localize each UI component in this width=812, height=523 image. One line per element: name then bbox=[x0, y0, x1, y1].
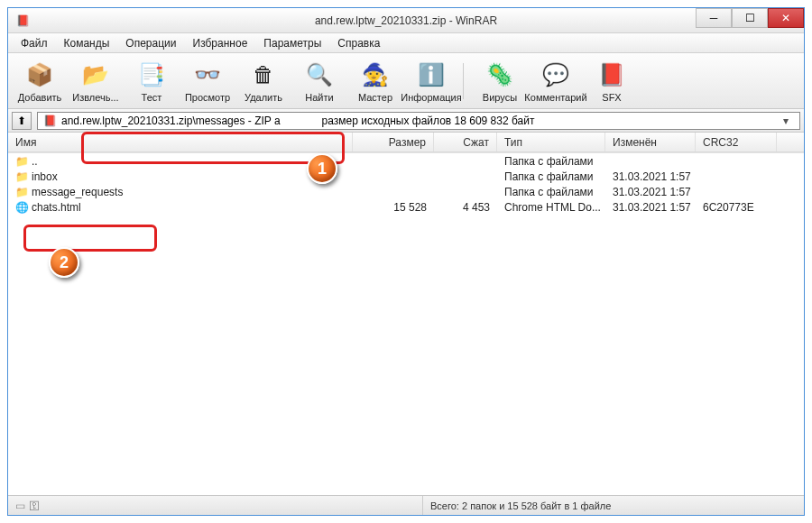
wizard-button[interactable]: 🧙Мастер bbox=[347, 56, 403, 106]
file-name: chats.html bbox=[32, 201, 81, 214]
table-row[interactable]: 🌐chats.html 15 528 4 453 Chrome HTML Do.… bbox=[8, 199, 804, 215]
file-modified: 31.03.2021 1:57 bbox=[605, 200, 696, 215]
tool-label: SFX bbox=[602, 92, 621, 103]
window-controls: ─ ☐ ✕ bbox=[696, 8, 804, 32]
file-name: inbox bbox=[32, 170, 58, 183]
app-icon: 📕 bbox=[15, 14, 30, 28]
col-modified[interactable]: Изменён bbox=[605, 133, 696, 151]
titlebar[interactable]: 📕 and.rew.lptw_20210331.zip - WinRAR ─ ☐… bbox=[8, 8, 804, 33]
statusbar: ▭ ⚿ Всего: 2 папок и 15 528 байт в 1 фай… bbox=[8, 495, 804, 515]
comment-icon: 💬 bbox=[540, 60, 571, 90]
sfx-icon: 📕 bbox=[596, 60, 627, 90]
file-packed bbox=[434, 161, 497, 162]
delete-button[interactable]: 🗑Удалить bbox=[235, 56, 291, 106]
path-tail: размер исходных файлов 18 609 832 байт bbox=[322, 115, 535, 127]
tool-label: Вирусы bbox=[483, 92, 517, 103]
wizard-icon: 🧙 bbox=[360, 60, 391, 90]
status-summary: Всего: 2 папок и 15 528 байт в 1 файле bbox=[423, 500, 804, 511]
winrar-window: 📕 and.rew.lptw_20210331.zip - WinRAR ─ ☐… bbox=[7, 7, 805, 516]
tool-label: Информация bbox=[401, 92, 461, 103]
table-row[interactable]: 📁inbox Папка с файлами 31.03.2021 1:57 bbox=[8, 169, 804, 184]
file-crc: 6C20773E bbox=[696, 200, 777, 215]
col-type[interactable]: Тип bbox=[497, 133, 605, 151]
table-row[interactable]: 📁message_requests Папка с файлами 31.03.… bbox=[8, 184, 804, 199]
table-row[interactable]: 📁.. Папка с файлами bbox=[8, 153, 804, 169]
tool-label: Удалить bbox=[245, 92, 282, 103]
virus-icon: 🦠 bbox=[484, 60, 515, 90]
path-field[interactable]: 📕 and.rew.lptw_20210331.zip\messages - Z… bbox=[37, 112, 800, 130]
tool-label: Найти bbox=[305, 92, 333, 103]
chevron-down-icon[interactable]: ▾ bbox=[778, 115, 794, 127]
view-button[interactable]: 👓Просмотр bbox=[180, 56, 235, 106]
file-size bbox=[353, 176, 434, 178]
delete-icon: 🗑 bbox=[248, 60, 279, 90]
menu-options[interactable]: Параметры bbox=[256, 35, 328, 51]
file-modified bbox=[605, 161, 696, 162]
col-crc[interactable]: CRC32 bbox=[696, 133, 777, 151]
archive-icon: 📕 bbox=[43, 115, 56, 127]
menubar: Файл Команды Операции Избранное Параметр… bbox=[8, 33, 804, 53]
add-icon: 📦 bbox=[24, 60, 55, 90]
find-button[interactable]: 🔍Найти bbox=[291, 56, 347, 106]
menu-commands[interactable]: Команды bbox=[57, 35, 117, 51]
file-size bbox=[353, 191, 434, 193]
up-button[interactable]: ⬆ bbox=[12, 112, 32, 130]
tool-label: Тест bbox=[142, 92, 162, 103]
file-type: Папка с файлами bbox=[497, 185, 605, 199]
file-size: 15 528 bbox=[353, 200, 434, 215]
file-type: Папка с файлами bbox=[497, 154, 605, 169]
info-button[interactable]: ℹ️Информация bbox=[403, 56, 459, 106]
annotation-callout-1: 1 bbox=[307, 153, 337, 184]
tool-label: Комментарий bbox=[524, 92, 586, 103]
tool-label: Просмотр bbox=[185, 92, 230, 103]
key-icon: ⚿ bbox=[29, 500, 40, 512]
annotation-callout-2: 2 bbox=[49, 247, 79, 278]
info-icon: ℹ️ bbox=[416, 60, 447, 90]
path-text: and.rew.lptw_20210331.zip\messages - ZIP… bbox=[61, 115, 281, 127]
up-arrow-icon: ⬆ bbox=[17, 115, 26, 127]
maximize-button[interactable]: ☐ bbox=[732, 8, 768, 28]
extract-button[interactable]: 📂Извлечь... bbox=[68, 56, 124, 106]
tool-label: Мастер bbox=[358, 92, 392, 103]
status-left: ▭ ⚿ bbox=[8, 496, 423, 515]
view-icon: 👓 bbox=[192, 60, 223, 90]
close-button[interactable]: ✕ bbox=[768, 8, 804, 28]
toolbar-separator bbox=[463, 63, 468, 99]
file-crc bbox=[696, 161, 777, 162]
col-name[interactable]: Имя bbox=[8, 133, 353, 151]
sfx-button[interactable]: 📕SFX bbox=[584, 56, 640, 106]
col-size[interactable]: Размер bbox=[353, 133, 434, 151]
tool-label: Добавить bbox=[18, 92, 62, 103]
file-list: Имя Размер Сжат Тип Изменён CRC32 📁.. Па… bbox=[8, 133, 804, 495]
col-packed[interactable]: Сжат bbox=[434, 133, 497, 151]
file-crc bbox=[696, 176, 777, 178]
menu-help[interactable]: Справка bbox=[330, 35, 387, 51]
folder-icon: 📁 bbox=[15, 170, 28, 183]
add-button[interactable]: 📦Добавить bbox=[12, 56, 68, 106]
menu-file[interactable]: Файл bbox=[14, 35, 55, 51]
file-packed: 4 453 bbox=[434, 200, 497, 215]
file-modified: 31.03.2021 1:57 bbox=[605, 170, 696, 184]
comment-button[interactable]: 💬Комментарий bbox=[528, 56, 584, 106]
test-icon: 📑 bbox=[136, 60, 167, 90]
html-file-icon: 🌐 bbox=[15, 201, 28, 214]
window-title: and.rew.lptw_20210331.zip - WinRAR bbox=[8, 14, 804, 27]
virus-button[interactable]: 🦠Вирусы bbox=[472, 56, 528, 106]
pathbar: ⬆ 📕 and.rew.lptw_20210331.zip\messages -… bbox=[8, 109, 804, 133]
find-icon: 🔍 bbox=[304, 60, 335, 90]
list-body[interactable]: 📁.. Папка с файлами 📁inbox Папка с файла… bbox=[8, 152, 804, 495]
file-packed bbox=[434, 191, 497, 193]
file-size bbox=[353, 161, 434, 162]
file-type: Папка с файлами bbox=[497, 170, 605, 184]
extract-icon: 📂 bbox=[80, 60, 111, 90]
tool-label: Извлечь... bbox=[72, 92, 118, 103]
menu-favorites[interactable]: Избранное bbox=[186, 35, 255, 51]
disk-icon: ▭ bbox=[15, 500, 25, 512]
file-packed bbox=[434, 176, 497, 178]
test-button[interactable]: 📑Тест bbox=[124, 56, 180, 106]
file-crc bbox=[696, 191, 777, 193]
minimize-button[interactable]: ─ bbox=[696, 8, 732, 28]
file-type: Chrome HTML Do... bbox=[497, 200, 605, 215]
list-header: Имя Размер Сжат Тип Изменён CRC32 bbox=[8, 133, 804, 152]
menu-operations[interactable]: Операции bbox=[118, 35, 183, 51]
